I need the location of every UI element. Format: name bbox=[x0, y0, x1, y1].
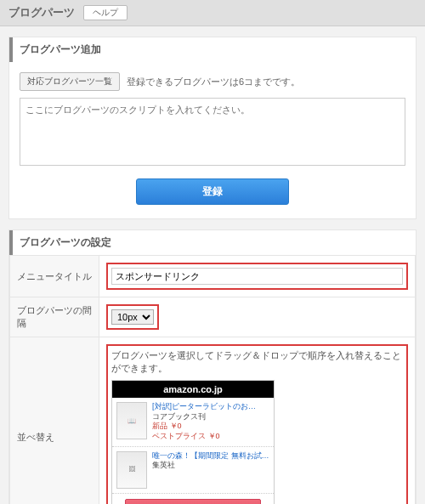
list-item: 🖼 唯一の森！【期間限定 無料お試… 集英社 bbox=[112, 447, 274, 494]
add-section-title: ブログパーツ追加 bbox=[9, 37, 416, 62]
row-menu-title: メニュータイトル bbox=[10, 256, 416, 297]
label-menu-title: メニュータイトル bbox=[10, 256, 99, 297]
settings-section-title: ブログパーツの設定 bbox=[9, 230, 416, 255]
delete-button[interactable]: 削除 bbox=[125, 499, 261, 504]
settings-section: ブログパーツの設定 メニュータイトル ブログパーツの間隔 10px bbox=[8, 229, 416, 504]
highlight-sort: ブログパーツを選択してドラッグ＆ドロップで順序を入れ替えることができます。 am… bbox=[106, 344, 408, 504]
menu-title-input[interactable] bbox=[111, 268, 403, 285]
sort-description: ブログパーツを選択してドラッグ＆ドロップで順序を入れ替えることができます。 bbox=[111, 349, 403, 375]
supported-parts-list-button[interactable]: 対応ブログパーツ一覧 bbox=[20, 72, 120, 91]
row-gap: ブログパーツの間隔 10px bbox=[10, 297, 416, 337]
highlight-gap: 10px bbox=[106, 304, 159, 330]
page-header: ブログパーツ ヘルプ bbox=[0, 0, 425, 26]
highlight-menu-title bbox=[106, 263, 408, 290]
item-price2: ベストプライス ￥0 bbox=[152, 432, 256, 442]
item-title[interactable]: 唯一の森！【期間限定 無料お試… bbox=[152, 451, 269, 462]
product-thumb-icon: 🖼 bbox=[116, 451, 147, 489]
add-blogparts-section: ブログパーツ追加 対応ブログパーツ一覧 登録できるブログパーツは6コまでです。 … bbox=[8, 37, 416, 219]
limit-hint: 登録できるブログパーツは6コまでです。 bbox=[127, 76, 300, 88]
amazon-widget[interactable]: amazon.co.jp 📖 [対訳]ピーターラビットのお… コアブックス刊 新… bbox=[111, 380, 275, 504]
widget-header: amazon.co.jp bbox=[112, 381, 274, 398]
label-sort: 並べ替え bbox=[10, 337, 99, 505]
item-title[interactable]: [対訳]ピーターラビットのお… bbox=[152, 402, 256, 412]
row-sort: 並べ替え ブログパーツを選択してドラッグ＆ドロップで順序を入れ替えることができま… bbox=[10, 337, 416, 505]
page-title: ブログパーツ bbox=[8, 5, 75, 20]
product-thumb-icon: 📖 bbox=[116, 402, 147, 439]
script-textarea[interactable] bbox=[20, 98, 405, 166]
register-button[interactable]: 登録 bbox=[136, 178, 289, 205]
item-price1: 新品 ￥0 bbox=[152, 422, 256, 432]
help-button[interactable]: ヘルプ bbox=[83, 5, 128, 20]
gap-select[interactable]: 10px bbox=[111, 309, 154, 325]
list-item: 📖 [対訳]ピーターラビットのお… コアブックス刊 新品 ￥0 ベストプライス … bbox=[112, 398, 274, 447]
item-maker: 集英社 bbox=[152, 461, 269, 471]
item-maker: コアブックス刊 bbox=[152, 412, 256, 422]
label-gap: ブログパーツの間隔 bbox=[10, 297, 99, 337]
